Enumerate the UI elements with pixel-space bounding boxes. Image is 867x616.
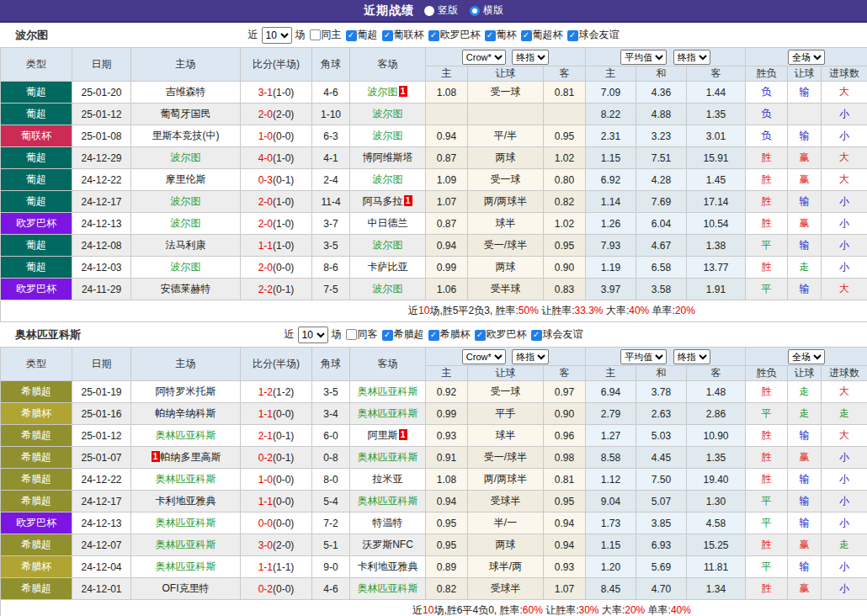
- result-label: 赢: [800, 451, 810, 463]
- avg-away-cell: 11.81: [687, 556, 746, 578]
- summary-segment: 50%: [519, 305, 539, 316]
- col-header-avg-away: 客: [687, 366, 746, 381]
- team-name: 奥林匹亚科斯: [15, 327, 81, 343]
- score-cell: 1-0(0-0): [241, 469, 312, 491]
- match-row: 葡超24-12-03波尔图2-0(0-0)8-6卡萨比亚0.99两球0.901.…: [1, 257, 867, 279]
- col-header-odds-away: 客: [544, 366, 586, 381]
- corner-cell: 5-1: [312, 534, 350, 556]
- result-label: 平: [762, 239, 772, 251]
- odds-time-select[interactable]: 终指: [512, 349, 549, 364]
- avg-home-cell: 2.79: [586, 403, 636, 425]
- half-time-score: (0-1): [273, 452, 294, 464]
- avg-home-cell: 1.14: [586, 191, 636, 213]
- games-label: 场: [332, 327, 342, 342]
- avg-draw-cell: 6.04: [636, 213, 687, 235]
- home-team-cell: 奥林匹亚科斯: [131, 534, 241, 556]
- team-label: 波尔图: [373, 283, 403, 295]
- radio-selected-icon[interactable]: [470, 6, 480, 16]
- result-goals-cell: 小: [822, 104, 867, 125]
- games-count-select[interactable]: 10: [298, 327, 328, 343]
- league-checkbox[interactable]: ✓: [382, 330, 393, 341]
- title-bar: 近期战绩 竖版 横版: [0, 0, 867, 23]
- result-label: 胜: [762, 151, 772, 163]
- home-team-cell: 摩里伦斯: [131, 169, 241, 191]
- league-cell: 希腊杯: [1, 403, 72, 425]
- date-cell: 25-01-12: [72, 425, 131, 447]
- avg-away-cell: 19.40: [687, 469, 746, 491]
- radio-vertical-layout[interactable]: 竖版: [424, 3, 458, 18]
- match-row: 欧罗巴杯24-12-13奥林匹亚科斯0-0(0-0)7-2特温特0.95半/一0…: [1, 512, 867, 534]
- full-time-score: 0-0: [258, 518, 273, 529]
- result-outcome-cell: 负: [746, 125, 788, 147]
- league-checkbox[interactable]: ✓: [382, 30, 393, 41]
- odds-away-cell: 1.07: [544, 578, 586, 600]
- full-match-select[interactable]: 全场: [788, 50, 825, 65]
- avg-select[interactable]: 平均值: [620, 50, 667, 65]
- home-team-cell: 奥林匹亚科斯: [131, 425, 241, 447]
- full-time-score: 0-2: [258, 452, 273, 464]
- league-checkbox[interactable]: ✓: [428, 30, 439, 41]
- avg-draw-cell: 4.88: [636, 104, 687, 125]
- away-team-cell: 波尔图: [350, 169, 426, 191]
- same-side-checkbox[interactable]: [346, 329, 357, 340]
- result-label: 走: [800, 407, 810, 419]
- avg-draw-cell: 7.50: [636, 469, 687, 491]
- team-label: 安德莱赫特: [161, 283, 211, 295]
- result-label: 大: [839, 429, 849, 441]
- avg-time-select[interactable]: 终指: [673, 50, 710, 65]
- result-label: 平: [762, 407, 772, 419]
- league-checkbox[interactable]: ✓: [567, 30, 578, 41]
- full-time-score: 2-0: [258, 262, 273, 273]
- avg-draw-cell: 3.85: [636, 512, 687, 534]
- score-cell: 1-1(0-0): [241, 403, 312, 425]
- league-checkbox-label: 葡超: [358, 29, 378, 40]
- home-team-cell: 帕纳辛纳科斯: [131, 403, 241, 425]
- league-checkbox-label: 希腊超: [394, 328, 424, 340]
- result-label: 赢: [800, 173, 810, 185]
- avg-away-cell: 15.91: [687, 147, 746, 169]
- filter-bar: 近 10 场 同客 ✓希腊超✓希腊杯✓欧罗巴杯✓球会友谊: [285, 327, 583, 343]
- result-label: 小: [839, 582, 849, 594]
- date-cell: 25-01-07: [72, 447, 131, 469]
- handicap-cell: 平手: [468, 403, 544, 425]
- same-side-checkbox[interactable]: [310, 29, 321, 40]
- league-checkbox[interactable]: ✓: [485, 30, 496, 41]
- result-label: 输: [800, 283, 810, 295]
- radio-unselected-icon[interactable]: [424, 6, 434, 16]
- league-checkbox[interactable]: ✓: [428, 330, 439, 341]
- league-filter-group: ✓希腊超✓希腊杯✓欧罗巴杯✓球会友谊: [378, 327, 583, 342]
- col-header-home: 主场: [131, 48, 241, 82]
- result-label: 小: [839, 451, 849, 463]
- odds-provider-select[interactable]: Crow*: [462, 349, 506, 364]
- result-goals-cell: 大: [822, 425, 867, 447]
- team-label: 波尔图: [171, 195, 201, 207]
- match-row: 葡超25-01-12葡萄牙国民2-0(2-0)1-10波尔图8.224.881.…: [1, 104, 867, 125]
- league-checkbox[interactable]: ✓: [531, 330, 542, 341]
- league-checkbox[interactable]: ✓: [475, 330, 486, 341]
- avg-select[interactable]: 平均值: [620, 349, 667, 364]
- result-label: 输: [800, 195, 810, 207]
- col-header-handicap: 让球: [468, 366, 544, 381]
- team-label: 帕纳多里高斯: [161, 451, 221, 463]
- half-time-score: (0-0): [273, 408, 294, 420]
- avg-time-select[interactable]: 终指: [673, 349, 710, 364]
- score-cell: 1-1(1-1): [241, 556, 312, 578]
- league-checkbox[interactable]: ✓: [521, 30, 532, 41]
- league-checkbox[interactable]: ✓: [346, 30, 357, 41]
- avg-home-cell: 6.94: [586, 381, 636, 403]
- league-cell: 欧罗巴杯: [1, 213, 72, 235]
- handicap-cell: 两球: [468, 534, 544, 556]
- avg-away-cell: 1.48: [687, 381, 746, 403]
- radio-horizontal-layout[interactable]: 横版: [470, 3, 503, 18]
- col-header-avg-draw: 和: [636, 366, 687, 381]
- half-time-score: (1-0): [273, 196, 294, 208]
- result-label: 赢: [800, 151, 810, 163]
- half-time-score: (1-0): [273, 218, 294, 230]
- games-count-select[interactable]: 10: [262, 27, 292, 44]
- odds-provider-select[interactable]: Crow*: [462, 50, 506, 65]
- full-match-select[interactable]: 全场: [788, 349, 825, 364]
- odds-time-select[interactable]: 终指: [512, 50, 549, 65]
- avg-home-cell: 1.12: [586, 469, 636, 491]
- avg-home-cell: 8.58: [586, 447, 636, 469]
- odds-away-cell: [544, 104, 586, 125]
